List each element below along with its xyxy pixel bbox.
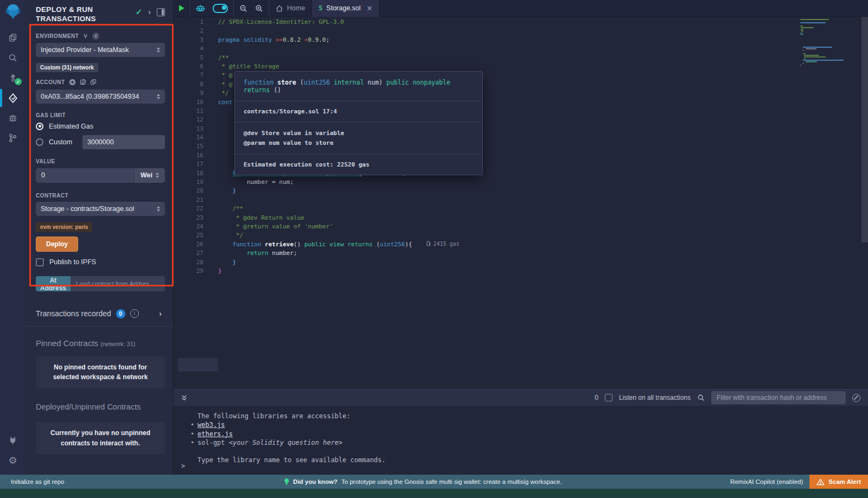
chevron-updown-icon [157, 47, 160, 53]
solidity-compiler-icon[interactable]: ✓ [0, 68, 25, 88]
code-line: } [218, 187, 776, 196]
publish-ipfs-label: Publish to IPFS [49, 258, 96, 266]
tab-storage-sol[interactable]: S Storage.sol ✕ [311, 0, 379, 17]
copilot-toggle[interactable] [213, 4, 228, 13]
code-line: // SPDX-License-Identifier: GPL-3.0 [218, 18, 776, 27]
estimated-gas-label: Estimated Gas [49, 123, 93, 130]
transactions-info-icon[interactable]: i [130, 309, 139, 318]
code-line [218, 45, 776, 54]
pinned-empty-message: No pinned contracts found for selected w… [36, 356, 165, 388]
copilot-status[interactable]: RemixAI Copilot (enabled) [730, 478, 803, 485]
copy-account-icon[interactable] [90, 79, 97, 85]
function-hover-tooltip: function store (uint256 internal num) pu… [234, 71, 483, 175]
tooltip-docs: @dev Store value in variable@param num v… [235, 122, 482, 154]
deploy-run-panel: DEPLOY & RUN TRANSACTIONS ✓ › ENVIRONMEN… [25, 0, 174, 475]
divider [25, 326, 173, 327]
panel-collapse-icon[interactable]: › [148, 8, 151, 16]
code-line: */ [218, 232, 776, 240]
terminal-tx-count: 0 [595, 394, 598, 401]
value-label: VALUE [36, 158, 55, 164]
status-bar: Initialize as git repo Did you know? To … [0, 475, 868, 489]
line-number-gutter: 1234567891011121314151617181920212223242… [174, 18, 203, 276]
estimated-gas-radio[interactable] [36, 123, 43, 130]
terminal-header: 0 Listen on all transactions [174, 389, 868, 406]
git-init-button[interactable]: Initialize as git repo [11, 478, 64, 485]
scam-alert-button[interactable]: Scam Alert [809, 475, 868, 489]
code-line [218, 27, 776, 36]
terminal-library-item[interactable]: web3.js [197, 420, 868, 429]
editor-scrollbar[interactable] [861, 17, 868, 242]
debugger-icon[interactable] [0, 108, 25, 128]
close-tab-icon[interactable]: ✕ [367, 4, 373, 12]
tooltip-location: contracts/Storage.sol 17:4 [235, 101, 482, 122]
ai-copilot-robot-icon[interactable] [196, 4, 205, 12]
unpinned-contracts-title: Deployed/Unpinned Contracts [36, 403, 165, 411]
lightbulb-icon [284, 478, 289, 486]
terminal-hint: Type the library name to see available c… [197, 456, 868, 464]
code-line: } [218, 259, 776, 267]
code-editor[interactable]: 1234567891011121314151617181920212223242… [174, 17, 868, 389]
terminal-library-item[interactable]: ethers.js [197, 430, 868, 438]
sign-message-icon[interactable] [80, 79, 86, 85]
contract-select[interactable]: Storage - contracts/Storage.sol [36, 202, 165, 216]
at-address-button[interactable]: At Address [36, 276, 71, 291]
transactions-recorded-row[interactable]: Transactions recorded 0 i › [36, 309, 165, 318]
plugin-manager-icon[interactable] [0, 430, 25, 450]
code-line: } [218, 267, 776, 276]
gas-estimate-widget: 2415 gas [426, 241, 459, 247]
custom-gas-input[interactable] [82, 135, 165, 149]
warning-icon [816, 478, 825, 486]
tooltip-signature: function store (uint256 internal num) pu… [235, 72, 482, 101]
environment-info-icon[interactable]: i [92, 33, 99, 40]
at-address-input[interactable] [71, 276, 165, 291]
code-line: * @dev Return value [218, 214, 776, 223]
chevron-updown-icon [156, 173, 159, 178]
deploy-button[interactable]: Deploy [36, 237, 78, 252]
custom-gas-radio[interactable] [36, 138, 43, 146]
panel-pin-icon[interactable] [157, 8, 165, 16]
value-input[interactable] [36, 168, 134, 183]
code-line [218, 196, 776, 205]
settings-icon[interactable]: ⚙ [0, 450, 25, 470]
publish-ipfs-checkbox[interactable] [36, 258, 44, 266]
transactions-expand-icon[interactable]: › [159, 309, 162, 318]
icon-rail: ✓ [0, 0, 25, 475]
pinned-contracts-title: Pinned Contracts (network: 31) [36, 339, 165, 348]
editor-tabbar: Home S Storage.sol ✕ [174, 0, 868, 17]
tab-home[interactable]: Home [269, 0, 311, 17]
zoom-out-icon[interactable] [239, 4, 247, 12]
terminal-body[interactable]: The following libraries are accessible: … [174, 406, 868, 475]
listen-all-checkbox[interactable] [605, 394, 612, 401]
code-line: function retrieve() public view returns … [218, 241, 776, 250]
terminal-search-icon[interactable] [697, 394, 705, 401]
home-icon [276, 5, 283, 12]
minimap[interactable] [800, 19, 850, 66]
git-icon[interactable] [0, 128, 25, 148]
listen-all-label: Listen on all transactions [619, 394, 691, 401]
network-badge: Custom (31) network [36, 63, 98, 72]
run-script-icon[interactable] [179, 5, 184, 11]
terminal-collapse-icon[interactable] [181, 394, 188, 401]
compile-success-badge: ✓ [15, 78, 22, 85]
search-icon[interactable] [0, 48, 25, 68]
add-account-icon[interactable] [69, 79, 76, 86]
environment-select[interactable]: Injected Provider - MetaMask [36, 43, 165, 57]
deploy-run-icon[interactable] [0, 88, 25, 108]
transaction-filter-input[interactable] [711, 391, 846, 404]
window-bottom-strip [0, 489, 868, 498]
code-line: return number; [218, 250, 776, 258]
panel-title: DEPLOY & RUN TRANSACTIONS [36, 5, 128, 24]
solidity-file-icon: S [318, 4, 322, 12]
zoom-in-icon[interactable] [255, 4, 263, 12]
custom-gas-label: Custom [49, 138, 77, 146]
code-line: * @return value of 'number' [218, 223, 776, 232]
remix-logo-icon[interactable] [4, 3, 22, 20]
value-unit-select[interactable]: Wei [134, 168, 165, 183]
clear-console-icon[interactable] [852, 394, 860, 402]
file-explorer-icon[interactable] [0, 28, 25, 48]
transactions-recorded-label: Transactions recorded [36, 309, 111, 318]
terminal-prompt[interactable]: > [181, 462, 185, 470]
fork-icon[interactable] [82, 33, 88, 39]
account-select[interactable]: 0xA03...85ac4 (0.398673504934 [36, 90, 165, 104]
pinned-network-subtitle: (network: 31) [100, 341, 135, 347]
